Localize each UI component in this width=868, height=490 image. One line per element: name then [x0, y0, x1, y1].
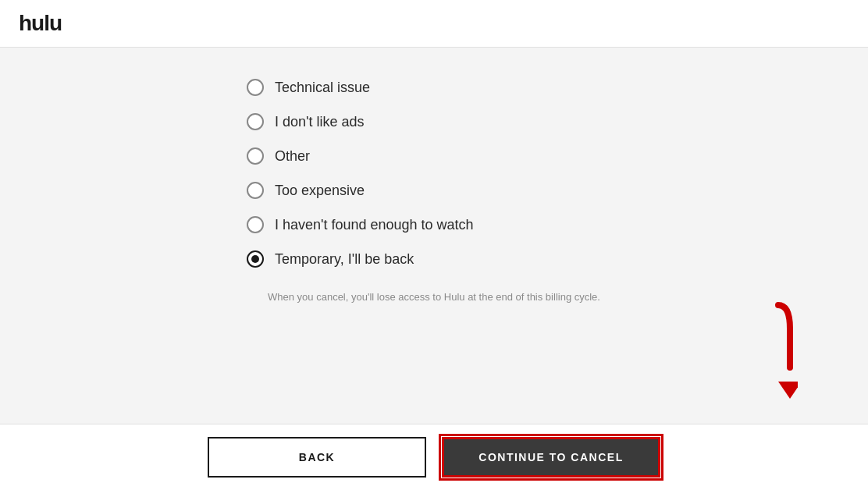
header: hulu — [0, 0, 868, 48]
option-temporary[interactable]: Temporary, I'll be back — [247, 250, 621, 268]
svg-marker-0 — [778, 382, 798, 399]
options-container: Technical issue I don't like ads Other T… — [247, 79, 621, 268]
radio-too-expensive[interactable] — [247, 182, 264, 199]
footer: BACK CONTINUE TO CANCEL — [0, 424, 868, 490]
option-label-temporary: Temporary, I'll be back — [275, 251, 414, 268]
radio-dont-like-ads[interactable] — [247, 113, 264, 130]
back-button[interactable]: BACK — [208, 437, 426, 478]
option-technical-issue[interactable]: Technical issue — [247, 79, 621, 96]
option-label-too-expensive: Too expensive — [275, 183, 365, 199]
option-label-other: Other — [275, 148, 310, 165]
option-label-dont-like-ads: I don't like ads — [275, 114, 365, 130]
radio-other[interactable] — [247, 147, 264, 165]
main-content: Technical issue I don't like ads Other T… — [231, 48, 637, 424]
radio-not-enough[interactable] — [247, 216, 264, 233]
arrow-indicator — [735, 297, 798, 402]
option-dont-like-ads[interactable]: I don't like ads — [247, 113, 621, 130]
radio-technical-issue[interactable] — [247, 79, 264, 96]
hulu-logo: hulu — [19, 11, 849, 36]
option-too-expensive[interactable]: Too expensive — [247, 182, 621, 199]
option-label-technical-issue: Technical issue — [275, 80, 370, 96]
notice-text: When you cancel, you'll lose access to H… — [247, 291, 621, 303]
radio-temporary[interactable] — [247, 250, 264, 268]
red-arrow-icon — [735, 297, 798, 399]
option-label-not-enough: I haven't found enough to watch — [275, 217, 474, 233]
option-other[interactable]: Other — [247, 147, 621, 165]
option-not-enough[interactable]: I haven't found enough to watch — [247, 216, 621, 233]
continue-to-cancel-button[interactable]: CONTINUE TO CANCEL — [442, 437, 660, 478]
